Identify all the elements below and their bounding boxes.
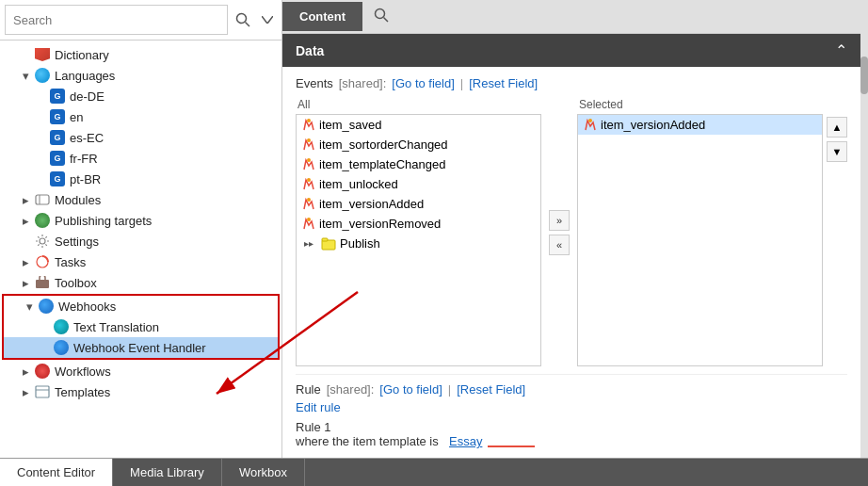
event-icon [584,119,597,132]
rule-section: Rule [shared]: [Go to field] | [Reset Fi… [296,374,847,448]
tab-content[interactable]: Content [282,2,362,31]
list-item[interactable]: item_versionRemoved [297,214,540,234]
sidebar-item-settings[interactable]: Settings [0,231,281,251]
toolbox-icon [34,275,51,290]
sidebar-item-publishing-targets[interactable]: Publishing targets [0,210,281,231]
sidebar-item-text-translation[interactable]: Text Translation [4,316,278,337]
svg-line-11 [384,18,389,23]
rule-description: where the item template is Essay [296,434,847,448]
sidebar-item-dictionary[interactable]: Dictionary [0,44,281,65]
lang-icon: G [49,130,66,145]
sidebar-item-label: pt-BR [70,172,101,186]
sidebar-item-label: Publishing targets [55,214,152,228]
search-bar [0,0,281,40]
list-item[interactable]: item_saved [297,115,540,135]
rule-link[interactable]: Essay [449,434,482,448]
list-item[interactable]: item_sortorderChanged [297,135,540,154]
sidebar-item-label: fr-FR [70,152,98,166]
list-item[interactable]: ▸ Publish [297,234,540,253]
svg-line-1 [246,23,250,27]
main-area: Dictionary Languages G de-DE [0,0,868,458]
svg-point-16 [307,198,311,202]
all-list-box: item_saved item_sortorderChanged item_te… [296,114,541,366]
sidebar-item-fr-fr[interactable]: G fr-FR [0,148,281,169]
transfer-right-button[interactable]: » [549,210,570,231]
templates-icon [34,384,51,399]
search-input[interactable] [5,5,228,35]
list-item[interactable]: item_templateChanged [297,154,540,174]
events-go-to-field[interactable]: [Go to field] [392,76,454,90]
svg-rect-7 [36,386,49,397]
events-reset-field[interactable]: [Reset Field] [469,76,538,90]
rule-title: Rule 1 [296,420,847,434]
updown-buttons: ▲ ▼ [827,98,847,366]
sidebar-tree-wrapper: Dictionary Languages G de-DE [0,40,281,458]
tasks-icon [34,254,51,269]
field-sep-1: | [460,76,463,90]
search-icon [235,12,250,27]
list-item[interactable]: item_versionAdded [297,194,540,214]
workflows-icon [34,364,51,379]
edit-rule-link[interactable]: Edit rule [296,400,341,414]
module-icon [34,192,51,207]
rule-reset-field[interactable]: [Reset Field] [457,382,525,397]
publish-arrow: ▸ [302,238,315,249]
sidebar-item-toolbox[interactable]: Toolbox [0,272,281,293]
collapse-icon[interactable]: ⌃ [835,41,847,59]
sidebar-item-pt-br[interactable]: G pt-BR [0,169,281,189]
tab-search-button[interactable] [362,0,400,33]
selected-label: Selected [577,98,823,111]
webhook-icon [38,299,55,314]
tab-workbox[interactable]: Workbox [222,459,305,486]
selected-list-col: Selected item_versionAdded [577,98,823,366]
sidebar-item-es-ec[interactable]: G es-EC [0,127,281,148]
content-tabs: Content [282,0,860,34]
data-body: Events [shared]: [Go to field] | [Reset … [282,67,860,458]
search-button[interactable] [232,8,254,31]
lang-icon: G [49,151,66,166]
tree-arrow-webhooks [23,300,36,314]
tab-media-library[interactable]: Media Library [113,459,222,486]
lists-container: All item_saved item_sortorderChanged [296,98,847,366]
svg-rect-2 [36,195,49,204]
lang-icon: G [49,89,66,104]
sidebar-item-label: Toolbox [55,276,97,290]
events-label: Events [296,76,333,90]
sidebar: Dictionary Languages G de-DE [0,0,282,458]
list-item-label: item_versionAdded [319,197,424,211]
sidebar-item-templates[interactable]: Templates [0,381,281,402]
all-label: All [296,98,541,111]
sidebar-item-en[interactable]: G en [0,106,281,127]
app-container: Dictionary Languages G de-DE [0,0,868,486]
content-panel: Content Data ⌃ Events [282,0,860,458]
tab-content-editor[interactable]: Content Editor [0,459,113,486]
rule-desc-prefix: where the item template is [296,434,439,448]
sidebar-item-tasks[interactable]: Tasks [0,251,281,272]
list-item[interactable]: item_unlocked [297,174,540,194]
settings-icon [34,234,51,249]
search-dropdown-button[interactable] [258,12,277,27]
webhooks-box: Webhooks Text Translation Webhook [2,294,280,360]
sidebar-item-workflows[interactable]: Workflows [0,361,281,381]
lang-icon: G [49,171,66,186]
transfer-left-button[interactable]: « [549,235,570,255]
svg-point-17 [307,218,311,221]
sidebar-item-webhook-event-handler[interactable]: Webhook Event Handler [4,337,278,358]
underline-decoration [488,445,535,448]
sidebar-item-webhooks[interactable]: Webhooks [4,296,278,316]
svg-point-14 [307,158,311,162]
sidebar-item-modules[interactable]: Modules [0,189,281,210]
sidebar-scrollbar[interactable] [860,0,868,458]
rule-go-to-field[interactable]: [Go to field] [379,382,442,397]
move-up-button[interactable]: ▲ [827,117,847,138]
move-down-button[interactable]: ▼ [827,141,847,162]
tree-arrow-toolbox [19,276,32,290]
events-shared: [shared]: [339,76,387,90]
event-icon [302,218,315,231]
list-item[interactable]: item_versionAdded [578,115,822,135]
sidebar-item-languages[interactable]: Languages [0,65,281,86]
field-sep-2: | [448,382,451,397]
sidebar-item-de-de[interactable]: G de-DE [0,86,281,106]
scrollbar-thumb[interactable] [860,57,868,94]
sidebar-item-label: es-EC [70,131,104,145]
